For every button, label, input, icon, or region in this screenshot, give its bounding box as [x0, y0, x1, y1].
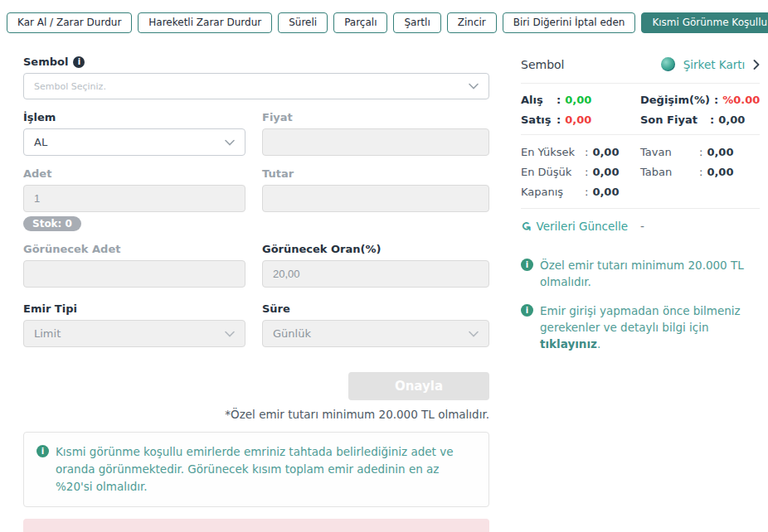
tab-sartli[interactable]: Şartlı — [393, 12, 440, 33]
stock-badge: Stok: 0 — [23, 216, 81, 231]
info-icon: i — [521, 304, 533, 317]
partial-visibility-info-box: i Kısmi görünme koşullu emirlerde emrini… — [23, 432, 489, 507]
panel-title: Sembol — [521, 58, 564, 71]
minimum-amount-note: i Özel emir tutarı minimum 20.000 TL olm… — [521, 257, 760, 291]
ceiling-value: 0,00 — [707, 146, 733, 158]
duration-value: Günlük — [273, 327, 311, 340]
high-value: 0,00 — [592, 146, 619, 158]
info-icon: i — [521, 259, 533, 271]
tab-kismi-gorunme-kosullu[interactable]: Kısmi Görünme Koşullu — [641, 12, 768, 33]
price-input[interactable] — [262, 128, 489, 156]
ask-row: Satış: 0,00 — [521, 114, 640, 126]
order-kind-value: Limit — [34, 327, 61, 340]
close-label: Kapanış — [521, 186, 581, 198]
bid-value: 0,00 — [565, 94, 591, 106]
order-entry-form: Sembol i Sembol Seçiniz. İşlem AL Fiyat — [23, 56, 489, 532]
pre-order-info-prefix: Emir girişi yapmadan önce bilmeniz gerek… — [540, 304, 741, 334]
last-price-value: 0,00 — [718, 114, 745, 126]
symbol-select[interactable]: Sembol Seçiniz. — [23, 73, 489, 99]
symbol-detail-panel: Sembol Şirket Kartı Alış: 0,00 Değişim(%… — [521, 56, 760, 532]
side-select-value: AL — [34, 136, 47, 148]
low-row: En Düşük: 0,00 — [521, 166, 640, 178]
refresh-icon: ↻ — [518, 221, 533, 232]
chevron-down-icon — [469, 83, 479, 89]
price-label: Fiyat — [262, 111, 489, 123]
symbol-label-text: Sembol — [23, 56, 68, 68]
visible-quantity-label: Görünecek Adet — [23, 243, 245, 255]
visible-ratio-input[interactable] — [262, 260, 489, 288]
click-here-link[interactable]: tıklayınız — [540, 337, 597, 351]
company-logo-icon — [661, 57, 675, 71]
duration-select[interactable]: Günlük — [262, 320, 489, 347]
symbol-select-placeholder: Sembol Seçiniz. — [34, 81, 106, 92]
change-label: Değişim(%) — [640, 94, 710, 106]
chevron-down-icon — [469, 331, 479, 337]
tab-biri-digerini-iptal-eden[interactable]: Biri Diğerini İptal eden — [503, 12, 636, 33]
minimum-amount-note-text: Özel emir tutarı minimum 20.000 TL olmal… — [540, 257, 760, 291]
close-value: 0,00 — [592, 186, 619, 198]
floor-label: Taban — [640, 166, 695, 178]
chevron-down-icon — [225, 331, 235, 337]
visible-ratio-label: Görünecek Oran(%) — [262, 243, 489, 255]
symbol-label: Sembol i — [23, 56, 489, 68]
high-row: En Yüksek: 0,00 — [521, 146, 640, 158]
symbol-info-icon[interactable]: i — [73, 56, 85, 68]
last-price-row: Son Fiyat: 0,00 — [640, 114, 760, 126]
bid-row: Alış: 0,00 — [521, 94, 640, 106]
tab-hareketli-zarar-durdur[interactable]: Hareketli Zarar Durdur — [138, 12, 272, 33]
chevron-right-icon — [753, 60, 760, 70]
minimum-amount-footnote: *Özel emir tutarı minimum 20.000 TL olma… — [23, 408, 489, 421]
close-row: Kapanış: 0,00 — [521, 186, 640, 198]
ceiling-row: Tavan: 0,00 — [640, 146, 760, 158]
order-kind-label: Emir Tipi — [23, 302, 245, 315]
transmission-warning-box: iİşbu emir, Osmanlı Yatırım'ın sunduğu e… — [23, 519, 489, 532]
quantity-input[interactable] — [23, 185, 245, 212]
high-label: En Yüksek — [521, 146, 581, 158]
low-value: 0,00 — [592, 166, 619, 178]
refresh-data-button[interactable]: ↻ Verileri Güncelle — [521, 219, 640, 234]
side-label: İşlem — [23, 111, 245, 123]
bid-label: Alış — [521, 94, 552, 106]
order-type-tabs: Kar Al / Zarar Durdur Hareketli Zarar Du… — [7, 12, 761, 33]
ask-label: Satış — [521, 114, 552, 126]
duration-label: Süre — [262, 302, 489, 315]
company-card-button[interactable]: Şirket Kartı — [661, 57, 761, 71]
change-value: %0.00 — [722, 94, 760, 106]
floor-value: 0,00 — [707, 166, 733, 178]
pre-order-info-note: i Emir girişi yapmadan önce bilmeniz ger… — [521, 302, 760, 353]
last-price-label: Son Fiyat — [640, 114, 706, 126]
ask-value: 0,00 — [565, 114, 591, 126]
low-label: En Düşük — [521, 166, 581, 178]
tab-kar-al-zarar-durdur[interactable]: Kar Al / Zarar Durdur — [7, 12, 132, 33]
info-icon: i — [36, 445, 49, 457]
change-row: Değişim(%): %0.00 — [640, 94, 760, 106]
refresh-timestamp: - — [640, 220, 760, 233]
pre-order-info-text: Emir girişi yapmadan önce bilmeniz gerek… — [540, 302, 760, 353]
visible-quantity-input[interactable] — [23, 260, 245, 288]
pre-order-info-suffix: . — [597, 337, 600, 351]
company-card-label: Şirket Kartı — [683, 58, 746, 71]
order-kind-select[interactable]: Limit — [23, 320, 245, 347]
floor-row: Taban: 0,00 — [640, 166, 760, 178]
amount-label: Tutar — [262, 167, 489, 180]
chevron-down-icon — [225, 139, 235, 146]
confirm-button[interactable]: Onayla — [348, 372, 489, 400]
ceiling-label: Tavan — [640, 146, 695, 158]
amount-input[interactable] — [262, 185, 489, 212]
tab-parcali[interactable]: Parçalı — [333, 12, 387, 33]
refresh-data-label: Verileri Güncelle — [537, 220, 629, 233]
tab-sureli[interactable]: Süreli — [278, 12, 328, 33]
side-select[interactable]: AL — [23, 128, 245, 156]
tab-zincir[interactable]: Zincir — [447, 12, 497, 33]
quantity-label: Adet — [23, 167, 245, 180]
partial-visibility-info-text: Kısmi görünme koşullu emirlerde emriniz … — [56, 443, 476, 496]
